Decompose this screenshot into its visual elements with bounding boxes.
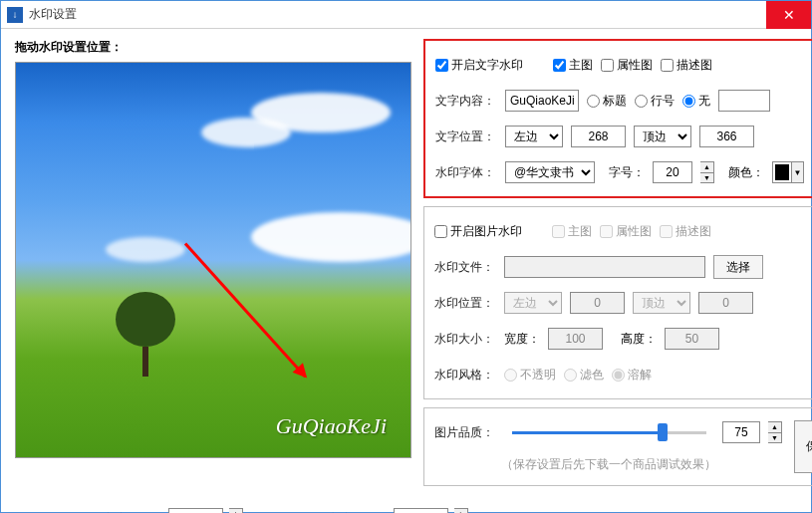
img-size-label: 水印大小： — [434, 331, 496, 348]
desc-image-checkbox[interactable]: 描述图 — [661, 57, 712, 74]
quality-panel: 图片品质： ▲▼ （保存设置后先下载一个商品调试效果） 保存设置 — [423, 407, 812, 486]
font-size-label: 字号： — [609, 164, 645, 181]
quality-label: 图片品质： — [434, 424, 496, 441]
titlebar: ↓ 水印设置 ✕ — [1, 1, 811, 29]
enable-image-wm-checkbox[interactable]: 开启图片水印 — [434, 223, 522, 240]
img-desc-checkbox: 描述图 — [660, 223, 711, 240]
watermark-preview-text[interactable]: GuQiaoKeJi — [276, 413, 387, 439]
text-content-label: 文字内容： — [435, 93, 497, 110]
filter-row: 智能过滤图片宽度低于： ▲▼ 像素 或者 图片高度低于： ▲▼ 像素时不添加水印… — [1, 504, 811, 513]
filter-width-spinner[interactable]: ▲▼ — [229, 508, 243, 513]
filter-width-input[interactable] — [168, 508, 223, 513]
quality-input[interactable] — [722, 421, 760, 443]
image-watermark-panel: 开启图片水印 主图 属性图 描述图 水印文件： 选择 水印位置： 左边 顶边 — [423, 206, 812, 399]
quality-hint: （保存设置后先下载一个商品调试效果） — [434, 456, 782, 473]
watermark-settings-window: ↓ 水印设置 ✕ 拖动水印设置位置： GuQiaoKeJi 开启文字水印 主图 … — [0, 0, 812, 513]
filter-height-spinner[interactable]: ▲▼ — [454, 508, 468, 513]
window-title: 水印设置 — [29, 6, 766, 23]
font-label: 水印字体： — [435, 164, 497, 181]
wm-file-input — [504, 256, 705, 278]
save-settings-button[interactable]: 保存设置 — [794, 420, 812, 473]
pos-y-select[interactable]: 顶边 — [634, 126, 691, 147]
img-style-label: 水印风格： — [434, 367, 496, 384]
wm-file-label: 水印文件： — [434, 259, 496, 276]
radio-line[interactable]: 行号 — [635, 93, 675, 110]
close-button[interactable]: ✕ — [766, 1, 811, 29]
quality-spinner[interactable]: ▲▼ — [768, 421, 782, 443]
text-extra-input[interactable] — [718, 90, 770, 112]
img-width-input — [548, 328, 603, 350]
drag-position-label: 拖动水印设置位置： — [15, 39, 411, 56]
img-pos-label: 水印位置： — [434, 295, 496, 312]
img-pos-x-select: 左边 — [504, 292, 562, 314]
browse-button[interactable]: 选择 — [713, 255, 763, 279]
font-size-input[interactable] — [653, 161, 692, 183]
radio-dissolve: 溶解 — [612, 367, 652, 384]
text-content-input[interactable] — [505, 90, 579, 112]
img-pos-x-input — [570, 292, 625, 314]
font-size-spinner[interactable]: ▲▼ — [700, 161, 714, 183]
radio-filter: 滤色 — [564, 367, 604, 384]
radio-title[interactable]: 标题 — [587, 93, 627, 110]
app-icon: ↓ — [7, 7, 23, 23]
main-image-checkbox[interactable]: 主图 — [553, 57, 593, 74]
radio-opaque: 不透明 — [504, 367, 556, 384]
img-pos-y-select: 顶边 — [633, 292, 690, 314]
font-select[interactable]: @华文隶书 — [505, 161, 595, 183]
text-position-label: 文字位置： — [435, 128, 497, 145]
annotation-arrow — [184, 242, 307, 378]
pos-x-input[interactable] — [571, 126, 626, 147]
text-watermark-panel: 开启文字水印 主图 属性图 描述图 文字内容： 标题 行号 无 文字位置： 左边 — [423, 39, 812, 198]
img-attr-checkbox: 属性图 — [600, 223, 652, 240]
pos-y-input[interactable] — [699, 126, 754, 147]
img-main-checkbox: 主图 — [552, 223, 592, 240]
pos-x-select[interactable]: 左边 — [505, 126, 563, 147]
preview-canvas[interactable]: GuQiaoKeJi — [15, 62, 411, 458]
radio-none[interactable]: 无 — [682, 93, 710, 110]
attr-image-checkbox[interactable]: 属性图 — [601, 57, 653, 74]
img-height-input — [665, 328, 719, 350]
color-label: 颜色： — [728, 164, 764, 181]
quality-slider[interactable] — [512, 431, 706, 434]
filter-height-input[interactable] — [394, 508, 448, 513]
color-picker[interactable]: ▼ — [772, 161, 804, 183]
img-pos-y-input — [698, 292, 753, 314]
enable-text-wm-checkbox[interactable]: 开启文字水印 — [435, 57, 523, 74]
